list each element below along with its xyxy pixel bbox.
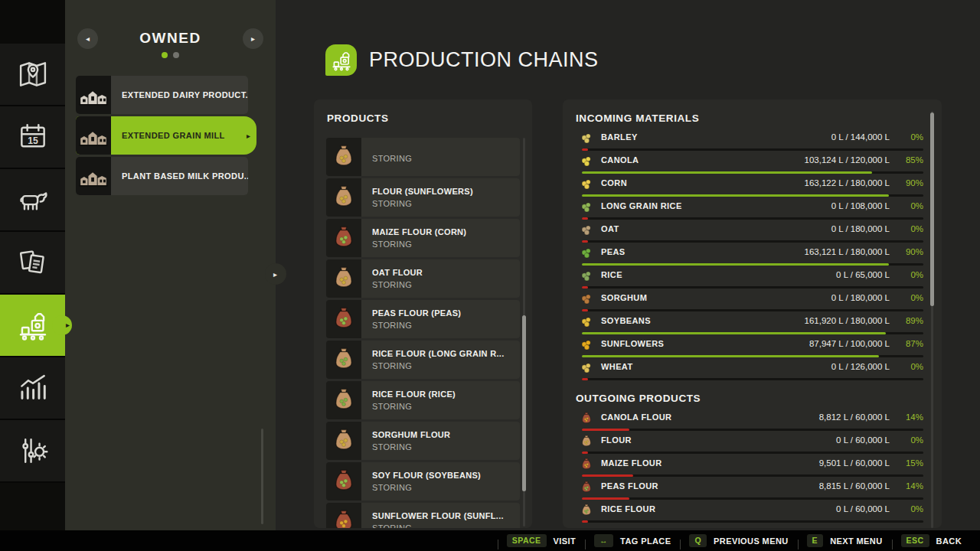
sidebar-item-map[interactable] (0, 44, 65, 106)
production-chains-icon (16, 308, 50, 342)
sidebar-item-statistics[interactable] (0, 357, 65, 420)
sidebar-item-calendar[interactable]: 15 (0, 106, 65, 169)
fill-bar (582, 378, 588, 380)
fill-bar (582, 217, 588, 220)
product-list-item[interactable]: OAT FLOUR STORING (326, 259, 520, 298)
product-status: STORING (372, 280, 520, 289)
product-list-item[interactable]: STORING (326, 138, 520, 176)
key-hint[interactable]: ESC BACK (892, 534, 971, 547)
flour-bag-icon (580, 458, 593, 471)
owned-building-item[interactable]: EXTENDED GRAIN MILL ▸ (76, 116, 256, 155)
crop-icon (580, 338, 593, 352)
material-row[interactable]: SORGHUM 0 L / 180,000 L 0% (563, 291, 923, 314)
fill-bar (582, 240, 588, 243)
material-fill-level: 0 L / 65,000 L (836, 270, 890, 279)
product-status: STORING (372, 240, 520, 249)
previous-page-button[interactable]: ◂ (77, 28, 98, 49)
product-row[interactable]: MAIZE FLOUR 9,501 L / 60,000 L 15% (563, 456, 923, 479)
product-list-item[interactable]: FLOUR (SUNFLOWERS) STORING (326, 178, 520, 217)
material-name: CANOLA (601, 155, 639, 165)
owned-panel-title: OWNED (139, 30, 201, 47)
page-dot[interactable] (173, 52, 179, 58)
owned-list-scrollbar[interactable] (261, 429, 263, 524)
product-list-item[interactable]: SUNFLOWER FLOUR (SUNFL... STORING (326, 503, 520, 528)
owned-building-item[interactable]: PLANT BASED MILK PRODU... ▸ (76, 157, 248, 195)
key-hint[interactable]: ↔ TAG PLACE (585, 534, 680, 547)
sidebar-item-settings[interactable] (0, 420, 65, 483)
owned-header: ◂ OWNED ▸ (65, 26, 276, 51)
fill-bar (582, 286, 588, 289)
key-hint[interactable]: Q PREVIOUS MENU (680, 534, 797, 547)
crop-icon (580, 178, 593, 191)
fill-bar (582, 309, 588, 311)
material-row[interactable]: BARLEY 0 L / 144,000 L 0% (563, 130, 923, 153)
fill-bar-track (582, 497, 923, 500)
product-fill-percent: 14% (893, 412, 923, 422)
materials-panel: INCOMING MATERIALS BARLEY 0 L / 144,000 … (563, 99, 942, 528)
incoming-materials-title: INCOMING MATERIALS (576, 112, 699, 124)
page-header: PRODUCTION CHAINS (325, 44, 599, 76)
material-row[interactable]: WHEAT 0 L / 126,000 L 0% (563, 360, 923, 383)
fill-bar-track (582, 309, 923, 311)
material-name: WHEAT (601, 362, 633, 371)
material-row[interactable]: LONG GRAIN RICE 0 L / 108,000 L 0% (563, 199, 923, 222)
sidebar-item-animals[interactable] (0, 169, 65, 232)
products-scrollbar-thumb[interactable] (522, 315, 526, 491)
product-list-item[interactable]: RICE FLOUR (RICE) STORING (326, 381, 520, 419)
key-hint[interactable]: SPACE VISIT (498, 534, 585, 547)
sidebar-item-contracts[interactable] (0, 232, 65, 295)
fill-bar-track (582, 240, 923, 243)
sidebar-item-production-chains[interactable]: ▸ (0, 295, 65, 357)
product-list-item[interactable]: MAIZE FLOUR (CORN) STORING (326, 219, 520, 257)
page-dot[interactable] (162, 52, 168, 58)
material-row[interactable]: CANOLA 103,124 L / 120,000 L 85% (563, 153, 923, 176)
crop-icon (580, 269, 593, 283)
product-row[interactable]: PEAS FLOUR 8,815 L / 60,000 L 14% (563, 479, 923, 502)
product-row[interactable]: CANOLA FLOUR 8,812 L / 60,000 L 14% (563, 410, 923, 433)
chevron-left-icon: ◂ (86, 34, 90, 43)
product-list-item[interactable]: PEAS FLOUR (PEAS) STORING (326, 300, 520, 338)
fill-bar (582, 194, 889, 197)
product-row[interactable]: RICE FLOUR 0 L / 60,000 L 0% (563, 502, 923, 525)
material-name: RICE (601, 270, 622, 279)
material-fill-percent: 90% (893, 178, 923, 187)
fill-bar (582, 332, 886, 334)
materials-scrollbar-thumb[interactable] (930, 112, 934, 306)
key-cap: Q (689, 534, 707, 547)
settings-icon (16, 434, 50, 468)
product-title: SOY FLOUR (SOYBEANS) (372, 471, 520, 480)
building-name: EXTENDED GRAIN MILL (111, 131, 231, 140)
production-chains-screen: 15 ▸ ◂ OWNED ▸ (0, 0, 980, 551)
product-list-item[interactable]: RICE FLOUR (LONG GRAIN R... STORING (326, 341, 520, 379)
building-name: PLANT BASED MILK PRODU... (111, 171, 248, 181)
product-list-item[interactable]: SOY FLOUR (SOYBEANS) STORING (326, 462, 520, 500)
flour-bag-icon (326, 422, 361, 460)
panel-collapse-handle[interactable]: ▸ (265, 263, 286, 285)
next-page-button[interactable]: ▸ (243, 28, 263, 49)
key-hint[interactable]: E NEXT MENU (798, 534, 892, 547)
material-row[interactable]: CORN 163,122 L / 180,000 L 90% (563, 176, 923, 199)
product-fill-percent: 14% (893, 481, 923, 491)
key-cap: E (807, 534, 824, 547)
product-list-item[interactable]: SORGHUM FLOUR STORING (326, 422, 520, 460)
product-name: MAIZE FLOUR (601, 458, 662, 468)
owned-building-item[interactable]: EXTENDED DAIRY PRODUCT... ▸ (76, 76, 248, 114)
page-dots (65, 52, 276, 58)
fill-bar (582, 474, 633, 477)
key-action-label: NEXT MENU (830, 536, 882, 546)
material-fill-percent: 0% (893, 224, 923, 233)
material-row[interactable]: PEAS 163,121 L / 180,000 L 90% (563, 245, 923, 268)
material-row[interactable]: SOYBEANS 161,920 L / 180,000 L 89% (563, 314, 923, 337)
material-row[interactable]: SUNFLOWERS 87,947 L / 100,000 L 87% (563, 337, 923, 360)
product-row[interactable]: FLOUR 0 L / 60,000 L 0% (563, 433, 923, 456)
fill-bar-track (582, 217, 923, 220)
main-menu-sidebar: 15 ▸ (0, 0, 65, 530)
fill-bar-track (582, 263, 923, 266)
fill-bar (582, 148, 588, 151)
building-thumbnail (76, 157, 111, 195)
contracts-icon (16, 246, 50, 279)
key-action-label: BACK (936, 536, 962, 546)
material-row[interactable]: OAT 0 L / 180,000 L 0% (563, 222, 923, 245)
material-fill-level: 0 L / 180,000 L (831, 293, 890, 302)
material-row[interactable]: RICE 0 L / 65,000 L 0% (563, 268, 923, 291)
